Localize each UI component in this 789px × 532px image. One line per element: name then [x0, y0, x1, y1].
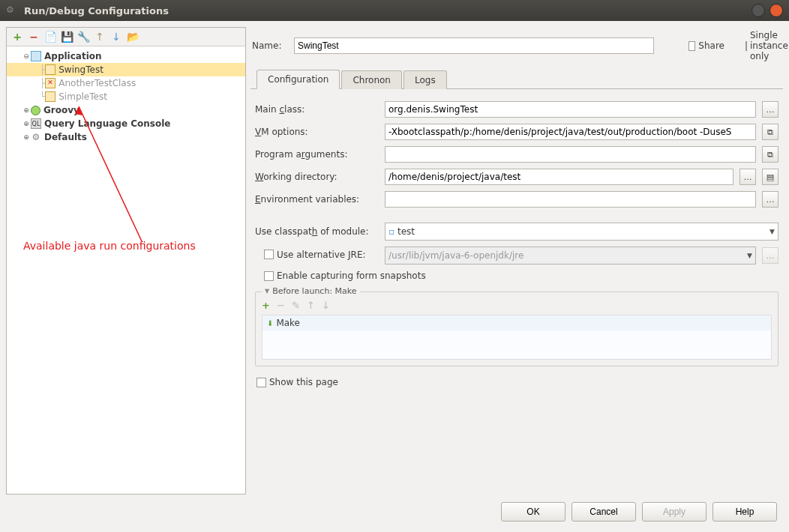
cancel-button[interactable]: Cancel [572, 502, 636, 522]
settings-icon[interactable]: 🔧 [77, 31, 89, 43]
expand-toggle-icon[interactable]: ⊖ [22, 52, 31, 60]
close-button[interactable] [770, 4, 783, 17]
add-task-icon[interactable]: + [262, 300, 272, 310]
chevron-down-icon: ▼ [747, 252, 752, 259]
tree-label-query-console: Query Language Console [44, 118, 170, 129]
move-down-icon[interactable]: ↓ [110, 31, 122, 43]
browse-jre-button: … [762, 247, 778, 264]
gear-icon: ⚙ [6, 4, 18, 16]
query-console-icon: QL [31, 118, 41, 129]
expand-toggle-icon[interactable]: ⊕ [22, 133, 31, 141]
main-class-input[interactable] [385, 101, 756, 118]
make-item-label: Make [276, 318, 300, 328]
tree-item-swingtest[interactable]: ├ SwingTest [7, 63, 245, 76]
edit-task-icon[interactable]: ✎ [292, 300, 302, 310]
help-button[interactable]: Help [712, 502, 777, 522]
classpath-label: Use classpath of module: [255, 226, 379, 237]
tree-node-application[interactable]: ⊖ Application [7, 49, 245, 63]
name-input[interactable] [294, 37, 654, 54]
tree-label-groovy: Groovy [44, 105, 80, 115]
tree-node-defaults[interactable]: ⊕ ⚙ Defaults [7, 130, 245, 144]
expand-program-args-button[interactable]: ⧉ [762, 146, 778, 163]
alt-jre-checkbox[interactable]: Use alternative JRE: [264, 250, 366, 260]
move-task-up-icon[interactable]: ↑ [307, 300, 317, 310]
config-detail-panel: Name: Share Single instance only Configu… [250, 27, 783, 495]
tree-toolbar: + − 📄 💾 🔧 ↑ ↓ 📂 [7, 28, 245, 46]
expand-vm-options-button[interactable]: ⧉ [762, 124, 778, 140]
working-dir-macro-button[interactable]: ▤ [762, 169, 778, 185]
list-item[interactable]: ⬇ Make [262, 315, 771, 330]
remove-config-icon[interactable]: − [28, 31, 40, 43]
tab-logs[interactable]: Logs [404, 70, 447, 89]
name-label: Name: [252, 40, 288, 51]
tree-label-application: Application [44, 51, 102, 61]
tree-item-label: SwingTest [58, 64, 104, 75]
groovy-icon [31, 106, 40, 115]
expand-toggle-icon[interactable]: ⊕ [22, 120, 31, 127]
program-args-input[interactable] [385, 146, 756, 163]
browse-working-dir-button[interactable]: … [740, 169, 756, 185]
copy-config-icon[interactable]: 📄 [44, 31, 56, 43]
run-config-icon [45, 91, 56, 102]
browse-main-class-button[interactable]: … [762, 101, 778, 118]
snapshots-checkbox[interactable]: Enable capturing form snapshots [264, 270, 426, 281]
single-instance-checkbox[interactable]: Single instance only [746, 30, 782, 61]
working-dir-input[interactable] [385, 169, 734, 185]
config-tree[interactable]: ⊖ Application ├ SwingTest ├ AnotherTestC… [7, 46, 245, 494]
tree-item-simpletest[interactable]: └ SimpleTest [7, 90, 245, 103]
move-task-down-icon[interactable]: ↓ [322, 300, 332, 310]
vm-options-input[interactable] [385, 124, 756, 140]
make-icon: ⬇ [267, 319, 273, 327]
alt-jre-dropdown: /usr/lib/jvm/java-6-openjdk/jre ▼ [385, 247, 756, 265]
save-config-icon[interactable]: 💾 [61, 31, 73, 43]
add-config-icon[interactable]: + [11, 31, 23, 43]
dialog-button-row: OK Cancel Apply Help [6, 495, 783, 526]
before-launch-fieldset: ▼ Before launch: Make + − ✎ ↑ ↓ ⬇ [255, 291, 778, 366]
share-checkbox[interactable]: Share [688, 40, 724, 51]
env-vars-input[interactable] [385, 191, 756, 208]
show-this-page-checkbox[interactable]: Show this page [256, 377, 338, 387]
vm-options-label: VM options: [255, 127, 379, 137]
tab-configuration[interactable]: Configuration [256, 70, 340, 89]
env-vars-label: Environment variables: [255, 194, 379, 205]
tree-label-defaults: Defaults [44, 132, 87, 142]
config-tree-panel: + − 📄 💾 🔧 ↑ ↓ 📂 ⊖ Application [6, 27, 246, 495]
application-icon [31, 51, 41, 61]
edit-env-vars-button[interactable]: … [762, 191, 778, 208]
titlebar: ⚙ Run/Debug Configurations [0, 0, 789, 21]
defaults-icon: ⚙ [31, 132, 41, 142]
move-up-icon[interactable]: ↑ [94, 31, 106, 43]
run-config-icon [45, 64, 56, 75]
before-launch-legend[interactable]: ▼ Before launch: Make [262, 286, 360, 296]
program-args-label: Program arguments: [255, 149, 379, 160]
tree-item-anothertestclass[interactable]: ├ AnotherTestClass [7, 76, 245, 90]
ok-button[interactable]: OK [501, 502, 566, 522]
folder-icon[interactable]: 📂 [127, 31, 139, 43]
tree-node-groovy[interactable]: ⊕ Groovy [7, 103, 245, 117]
config-tabs: Configuration Chronon Logs [250, 69, 783, 89]
tree-item-label: AnotherTestClass [58, 78, 136, 88]
tree-item-label: SimpleTest [58, 91, 107, 102]
annotation-text: Available java run configurations [23, 240, 196, 252]
tab-chronon[interactable]: Chronon [341, 70, 402, 89]
run-debug-config-window: ⚙ Run/Debug Configurations + − 📄 💾 🔧 ↑ ↓… [0, 0, 789, 532]
remove-task-icon[interactable]: − [277, 300, 287, 310]
main-class-label: Main class: [255, 104, 379, 115]
apply-button: Apply [642, 502, 706, 522]
chevron-down-icon: ▼ [770, 228, 775, 235]
classpath-module-dropdown[interactable]: ▫ test ▼ [385, 223, 778, 241]
minimize-button[interactable] [752, 4, 765, 17]
run-config-error-icon [45, 78, 56, 88]
expand-toggle-icon[interactable]: ⊕ [22, 106, 31, 114]
window-title: Run/Debug Configurations [24, 5, 752, 16]
before-launch-list[interactable]: ⬇ Make [262, 315, 772, 360]
collapse-triangle-icon: ▼ [265, 288, 269, 294]
working-dir-label: Working directory: [255, 172, 379, 182]
tree-node-query-console[interactable]: ⊕ QL Query Language Console [7, 117, 245, 130]
